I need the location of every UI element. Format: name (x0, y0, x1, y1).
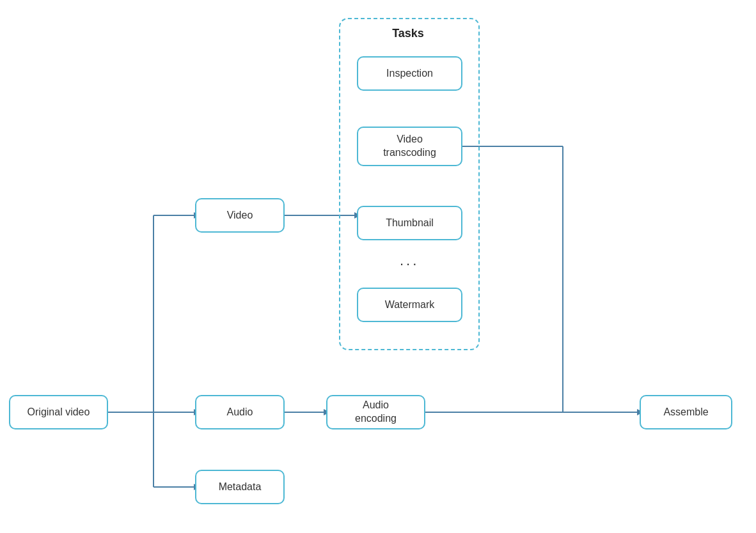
audio-node: Audio (195, 395, 285, 429)
diagram-container: Original video Video Audio Metadata Audi… (0, 0, 756, 533)
ellipsis-indicator: ... (400, 252, 419, 269)
thumbnail-node: Thumbnail (357, 206, 462, 240)
watermark-node: Watermark (357, 288, 462, 322)
metadata-node: Metadata (195, 470, 285, 504)
assemble-node: Assemble (640, 395, 732, 429)
original-video-node: Original video (9, 395, 108, 429)
video-transcoding-node: Video transcoding (357, 127, 462, 166)
tasks-title: Tasks (370, 27, 446, 40)
audio-encoding-node: Audio encoding (326, 395, 425, 429)
video-node: Video (195, 198, 285, 233)
inspection-node: Inspection (357, 56, 462, 91)
